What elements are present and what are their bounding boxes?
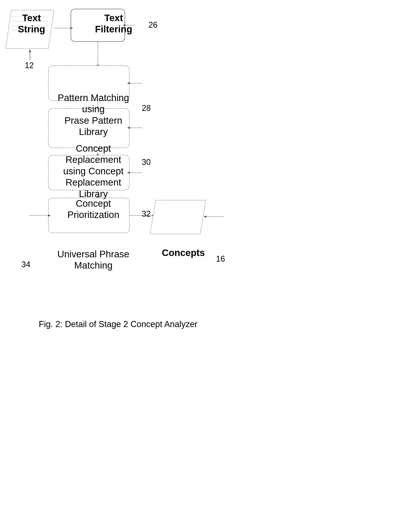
label-12: 12: [25, 61, 34, 70]
label-30: 30: [142, 157, 151, 167]
label-28: 28: [142, 104, 151, 113]
svg-marker-31: [152, 214, 156, 217]
svg-marker-29: [48, 214, 51, 217]
text-filtering-label: Text Filtering: [87, 12, 141, 35]
concept-replacement-label: Concept Replacement using Concept Replac…: [54, 143, 133, 199]
label-26: 26: [149, 20, 157, 30]
pattern-matching-label: Pattern Matching using Prase Pattern Lib…: [54, 92, 133, 138]
label-34: 34: [21, 260, 30, 269]
universal-phrase-label: Universal Phrase Matching: [54, 249, 133, 271]
diagram-container: Text String 12 Text Filtering 26 Pattern…: [0, 0, 418, 532]
figure-caption: Fig. 2: Detail of Stage 2 Concept Analyz…: [0, 319, 236, 329]
svg-marker-14: [127, 82, 130, 84]
svg-marker-11: [97, 65, 99, 68]
label-32: 32: [142, 209, 151, 219]
concept-prioritization-label: Concept Prioritization: [54, 198, 133, 221]
svg-marker-36: [29, 49, 31, 52]
text-string-label: Text String: [10, 12, 53, 35]
label-16: 16: [216, 254, 225, 264]
concepts-label: Concepts: [161, 247, 206, 258]
svg-marker-34: [204, 216, 206, 218]
svg-marker-7: [70, 27, 73, 29]
svg-marker-32: [150, 200, 206, 234]
